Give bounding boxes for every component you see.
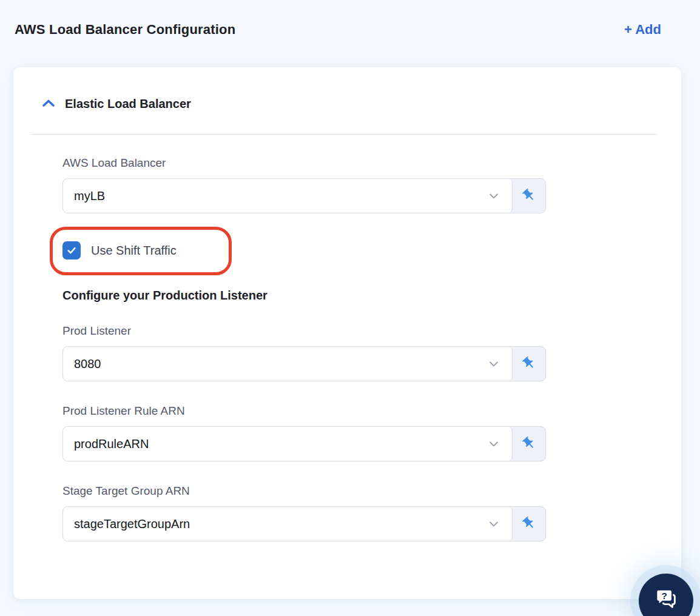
prod-listener-value: 8080 [74,357,101,371]
production-listener-heading: Configure your Production Listener [62,289,546,303]
pin-button[interactable] [513,507,545,541]
stage-target-group-arn-select[interactable]: stageTargetGroupArn [63,507,513,541]
field-group-prod-listener: 8080 [62,346,546,381]
use-shift-traffic-label[interactable]: Use Shift Traffic [91,244,177,258]
pushpin-icon [522,188,536,204]
chevron-down-icon[interactable] [488,190,500,202]
chevron-down-icon[interactable] [488,358,500,370]
pin-button[interactable] [513,427,545,461]
chat-help-icon: ? [652,588,680,615]
svg-text:?: ? [661,590,667,600]
field-group-aws-load-balancer: myLB [62,178,546,213]
aws-load-balancer-value: myLB [74,189,105,203]
field-group-prod-listener-rule-arn: prodRuleARN [62,426,546,461]
load-balancer-card: Elastic Load Balancer AWS Load Balancer … [13,67,681,599]
aws-load-balancer-select[interactable]: myLB [63,179,513,213]
topbar: AWS Load Balancer Configuration + Add [0,0,700,38]
pushpin-icon [522,436,536,452]
page-title: AWS Load Balancer Configuration [15,22,235,38]
section-title: Elastic Load Balancer [65,97,191,111]
pin-button[interactable] [513,179,545,213]
checkmark-icon [66,245,77,256]
elb-form: AWS Load Balancer myLB Use Shift Traffic [62,135,546,541]
field-label-prod-listener-rule-arn: Prod Listener Rule ARN [62,404,546,418]
prod-listener-rule-arn-value: prodRuleARN [74,437,149,451]
add-button[interactable]: + Add [624,22,661,38]
prod-listener-select[interactable]: 8080 [63,347,513,381]
pushpin-icon [522,356,536,372]
prod-listener-rule-arn-select[interactable]: prodRuleARN [63,427,513,461]
field-label-prod-listener: Prod Listener [62,324,546,338]
field-label-stage-target-group-arn: Stage Target Group ARN [62,484,546,498]
chevron-up-icon[interactable] [41,96,56,111]
chevron-down-icon[interactable] [488,518,500,530]
pushpin-icon [522,516,536,532]
stage-target-group-arn-value: stageTargetGroupArn [74,517,190,531]
pin-button[interactable] [513,347,545,381]
use-shift-traffic-checkbox[interactable] [62,241,81,259]
section-header-elastic-load-balancer[interactable]: Elastic Load Balancer [41,96,681,111]
field-group-stage-target-group-arn: stageTargetGroupArn [62,506,546,541]
chevron-down-icon[interactable] [488,438,500,450]
field-label-aws-load-balancer: AWS Load Balancer [62,156,546,170]
use-shift-traffic-row: Use Shift Traffic [62,241,220,259]
